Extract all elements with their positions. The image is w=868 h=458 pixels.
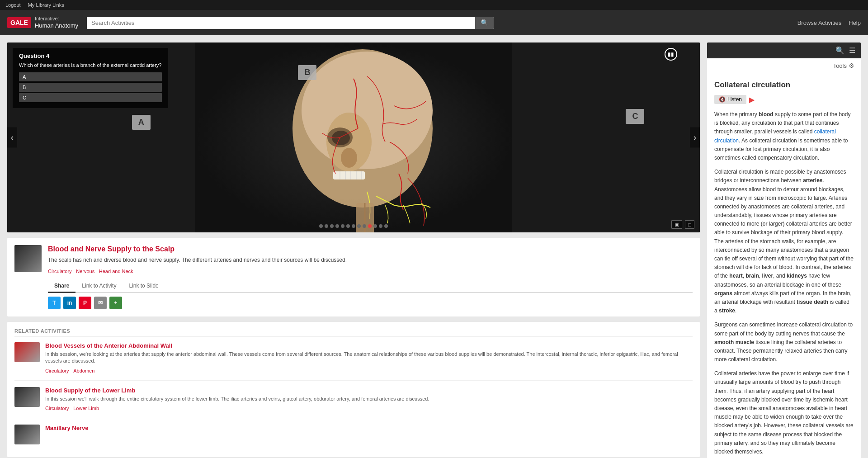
viewer-controls: ▣ □ xyxy=(671,220,694,229)
activity-tags: Circulatory Nervous Head and Neck xyxy=(48,268,693,274)
slide-dot-3[interactable] xyxy=(330,224,334,228)
related-activities-section: RELATED ACTIVITIES Blood Vessels of the … xyxy=(7,322,700,457)
related-tag-abdomen[interactable]: Abdomen xyxy=(73,368,94,373)
slide-dot-5[interactable] xyxy=(341,224,344,228)
slide-dot-2[interactable] xyxy=(325,224,328,228)
tools-gear-icon[interactable]: ⚙ xyxy=(849,62,854,69)
slide-dot-6[interactable] xyxy=(346,224,350,228)
share-add-button[interactable]: + xyxy=(109,297,122,309)
related-item-3: Maxillary Nerve xyxy=(14,425,693,451)
related-thumb-1 xyxy=(14,342,40,362)
related-info-2: Blood Supply of the Lower Limb In this s… xyxy=(45,387,693,411)
info-button[interactable]: ▮▮ xyxy=(665,48,677,61)
slide-dot-13[interactable] xyxy=(384,224,388,228)
rp-toolbar: 🔍 ☰ xyxy=(707,42,861,58)
right-panel-inner: 🔍 ☰ Tools ⚙ Collateral circulation 🔇 Lis… xyxy=(707,42,861,458)
listen-icon: 🔇 xyxy=(719,96,726,103)
quiz-title: Question 4 xyxy=(19,52,162,59)
activity-viewer: Question 4 Which of these arteries is a … xyxy=(7,42,700,232)
next-slide-button[interactable]: › xyxy=(690,127,700,148)
share-tabs: Share Link to Activity Link to Slide xyxy=(48,280,693,293)
article-text: When the primary blood supply to some pa… xyxy=(714,110,854,458)
collateral-link[interactable]: collateral circulation xyxy=(714,128,836,143)
slide-dot-10[interactable] xyxy=(368,224,372,228)
related-title-link-2[interactable]: Blood Supply of the Lower Limb xyxy=(45,387,693,394)
social-icons: T in P ✉ + xyxy=(48,297,693,309)
svg-point-6 xyxy=(341,148,357,168)
quiz-option-a[interactable]: A xyxy=(19,72,162,81)
article-title: Collateral circulation xyxy=(714,80,854,90)
thumbnail-image xyxy=(14,245,42,272)
search-button[interactable]: 🔍 xyxy=(475,17,494,29)
slide-dot-9[interactable] xyxy=(363,224,366,228)
share-linkedin-button[interactable]: in xyxy=(63,297,76,309)
menu-icon[interactable]: ☰ xyxy=(849,46,855,55)
header: GALE Interactive: Human Anatomy 🔍 Browse… xyxy=(0,10,868,35)
related-tag-circulatory-1[interactable]: Circulatory xyxy=(45,368,69,373)
label-a: A xyxy=(132,115,151,130)
share-pinterest-button[interactable]: P xyxy=(79,297,91,309)
tag-circulatory[interactable]: Circulatory xyxy=(48,269,72,274)
share-twitter-button[interactable]: T xyxy=(48,297,61,309)
gale-logo: GALE xyxy=(7,17,31,28)
slide-dot-7[interactable] xyxy=(352,224,355,228)
tag-nervous[interactable]: Nervous xyxy=(76,269,94,274)
para-3: Surgeons can sometimes increase collater… xyxy=(714,321,854,364)
search-input[interactable] xyxy=(87,17,475,29)
search-icon[interactable]: 🔍 xyxy=(835,46,844,55)
para-4: Collateral arteries have the power to en… xyxy=(714,369,854,456)
related-activities-heading: RELATED ACTIVITIES xyxy=(14,328,693,337)
quiz-panel: Question 4 Which of these arteries is a … xyxy=(13,48,168,108)
logo-area: GALE Interactive: Human Anatomy xyxy=(7,15,80,29)
related-tag-lower-limb[interactable]: Lower Limb xyxy=(73,406,99,411)
play-button[interactable]: ▶ xyxy=(749,95,755,104)
svg-rect-7 xyxy=(333,171,365,179)
para-2: Collateral circulation is made possible … xyxy=(714,168,854,315)
tag-head-neck[interactable]: Head and Neck xyxy=(99,269,133,274)
related-desc-2: In this session we'll walk through the e… xyxy=(45,396,693,402)
my-library-links[interactable]: My Library Links xyxy=(28,2,64,8)
right-panel: 🔍 ☰ Tools ⚙ Collateral circulation 🔇 Lis… xyxy=(707,42,861,458)
resize-button[interactable]: ▣ xyxy=(671,220,682,229)
content-area: Question 4 Which of these arteries is a … xyxy=(7,42,700,458)
activity-info-panel: Blood and Nerve Supply to the Scalp The … xyxy=(7,238,700,316)
header-right: Browse Activities Help xyxy=(797,19,861,26)
help-link[interactable]: Help xyxy=(849,19,861,26)
search-area: 🔍 xyxy=(87,17,790,29)
fullscreen-button[interactable]: □ xyxy=(685,220,694,229)
related-thumb-3 xyxy=(14,425,40,444)
app-name: Human Anatomy xyxy=(35,22,78,30)
prev-slide-button[interactable]: ‹ xyxy=(7,127,17,148)
tab-link-to-slide[interactable]: Link to Slide xyxy=(123,280,165,293)
listen-label: Listen xyxy=(727,96,742,103)
related-thumb-2 xyxy=(14,387,40,407)
tab-share[interactable]: Share xyxy=(48,280,75,293)
related-tag-circulatory-2[interactable]: Circulatory xyxy=(45,406,69,411)
slide-dot-1[interactable] xyxy=(319,224,323,228)
quiz-question: Which of these arteries is a branch of t… xyxy=(19,62,162,69)
share-email-button[interactable]: ✉ xyxy=(94,297,107,309)
main-layout: Question 4 Which of these arteries is a … xyxy=(0,35,868,458)
related-title-link-3[interactable]: Maxillary Nerve xyxy=(45,425,693,431)
label-c: C xyxy=(626,109,644,124)
activity-thumbnail xyxy=(14,245,42,272)
related-title-link-1[interactable]: Blood Vessels of the Anterior Abdominal … xyxy=(45,342,693,349)
related-item-2: Blood Supply of the Lower Limb In this s… xyxy=(14,387,693,418)
rp-tools-bar: Tools ⚙ xyxy=(707,58,861,73)
activity-details: Blood and Nerve Supply to the Scalp The … xyxy=(48,245,693,309)
activity-description: The scalp has rich and diverse blood and… xyxy=(48,256,693,264)
logout-link[interactable]: Logout xyxy=(5,2,21,8)
slide-dot-8[interactable] xyxy=(357,224,361,228)
quiz-option-b[interactable]: B xyxy=(19,83,162,92)
slide-dot-11[interactable] xyxy=(373,224,377,228)
listen-button[interactable]: 🔇 Listen xyxy=(714,95,746,104)
slide-dot-12[interactable] xyxy=(379,224,382,228)
listen-bar: 🔇 Listen ▶ xyxy=(714,95,854,104)
browse-activities-link[interactable]: Browse Activities xyxy=(797,19,842,26)
tab-link-to-activity[interactable]: Link to Activity xyxy=(75,280,123,293)
related-info-3: Maxillary Nerve xyxy=(45,425,693,444)
para-1: When the primary blood supply to some pa… xyxy=(714,110,854,162)
quiz-option-c[interactable]: C xyxy=(19,93,162,102)
app-title: Interactive: Human Anatomy xyxy=(35,15,78,29)
slide-dot-4[interactable] xyxy=(335,224,339,228)
